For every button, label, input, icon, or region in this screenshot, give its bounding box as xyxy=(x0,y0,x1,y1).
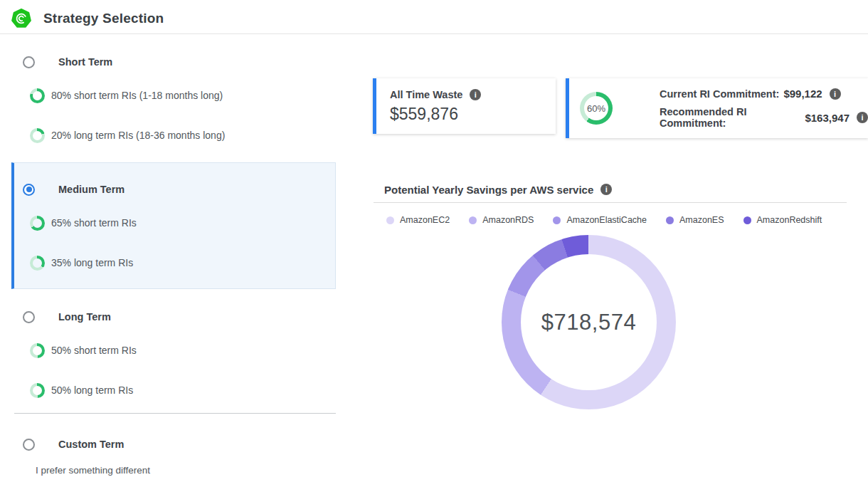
legend-item-amazonredshift[interactable]: AmazonRedshift xyxy=(743,215,822,225)
radio-custom-term[interactable] xyxy=(23,439,35,451)
term-item: 80% short term RIs (1-18 months long) xyxy=(30,87,223,104)
donut-center-value: $718,574 xyxy=(541,310,636,335)
commitment-gauge: 60% xyxy=(580,92,613,125)
recommended-ri-value: $163,947 xyxy=(805,112,850,124)
term-item-label: 20% long term RIs (18-36 months long) xyxy=(51,130,225,141)
legend-item-amazones[interactable]: AmazonES xyxy=(666,215,724,225)
term-item: 20% long term RIs (18-36 months long) xyxy=(30,127,225,144)
term-label: Custom Term xyxy=(58,439,124,450)
percent-ring-icon xyxy=(30,216,45,231)
chart-title: Potential Yearly Savings per AWS service xyxy=(384,184,593,196)
current-ri-value: $99,122 xyxy=(783,88,822,100)
legend-item-amazonelasticache[interactable]: AmazonElastiCache xyxy=(553,215,647,225)
waste-card-value: $559,876 xyxy=(390,105,556,124)
gauge-percent-label: 60% xyxy=(587,103,605,114)
chart-legend: AmazonEC2 AmazonRDS AmazonElastiCache Am… xyxy=(386,214,847,226)
term-option-short[interactable]: Short Term xyxy=(23,53,112,70)
page-header: Strategy Selection xyxy=(0,0,868,34)
current-ri-commitment-row: Current RI Commitment: $99,122 xyxy=(660,88,868,100)
radio-short-term[interactable] xyxy=(23,56,35,68)
term-option-medium[interactable]: Medium Term xyxy=(23,181,125,198)
custom-term-description: I prefer something different xyxy=(36,463,150,477)
legend-item-amazonec2[interactable]: AmazonEC2 xyxy=(386,215,450,225)
waste-card-title: All Time Waste xyxy=(390,89,462,100)
term-option-long[interactable]: Long Term xyxy=(23,308,111,325)
current-ri-label: Current RI Commitment: xyxy=(660,88,779,100)
info-icon[interactable] xyxy=(470,89,481,100)
page-title: Strategy Selection xyxy=(43,11,164,26)
recommended-ri-label: Recommended RI Commitment: xyxy=(660,106,800,129)
all-time-waste-card: All Time Waste $559,876 xyxy=(373,78,556,134)
percent-ring-icon xyxy=(30,88,45,103)
term-item-label: 50% long term RIs xyxy=(51,384,133,396)
term-item: 65% short term RIs xyxy=(30,214,137,231)
ri-commitment-card: 60% Current RI Commitment: $99,122 Recom… xyxy=(566,78,868,138)
term-item-label: 80% short term RIs (1-18 months long) xyxy=(51,90,223,101)
term-item: 35% long term RIs xyxy=(30,254,133,271)
section-divider xyxy=(14,413,336,414)
info-icon[interactable] xyxy=(830,88,841,100)
chart-header: Potential Yearly Savings per AWS service xyxy=(384,182,612,197)
app-logo-icon xyxy=(11,9,31,28)
legend-item-amazonrds[interactable]: AmazonRDS xyxy=(469,215,534,225)
legend-dot-icon xyxy=(386,216,394,224)
percent-ring-icon xyxy=(30,256,45,271)
legend-dot-icon xyxy=(553,216,561,224)
strategy-selection-page: Strategy Selection Short Term 80% short … xyxy=(0,0,868,492)
term-item-label: 50% short term RIs xyxy=(51,345,137,356)
term-label: Short Term xyxy=(58,56,112,68)
percent-ring-icon xyxy=(30,343,45,358)
radio-long-term[interactable] xyxy=(23,311,35,323)
term-item: 50% long term RIs xyxy=(30,382,133,399)
donut-hole: $718,574 xyxy=(521,254,657,390)
radio-medium-term[interactable] xyxy=(23,184,35,196)
term-item-label: 65% short term RIs xyxy=(51,217,137,229)
term-item-label: 35% long term RIs xyxy=(51,257,133,268)
info-icon[interactable] xyxy=(600,184,612,195)
savings-donut-chart[interactable]: $718,574 xyxy=(502,235,676,409)
legend-dot-icon xyxy=(666,216,674,224)
percent-ring-icon xyxy=(30,383,45,398)
info-icon[interactable] xyxy=(857,112,868,123)
term-label: Long Term xyxy=(58,311,111,323)
legend-dot-icon xyxy=(469,216,477,224)
term-option-custom[interactable]: Custom Term xyxy=(23,436,124,453)
legend-dot-icon xyxy=(743,216,751,224)
percent-ring-icon xyxy=(30,128,45,143)
chart-divider xyxy=(374,202,847,203)
term-item: 50% short term RIs xyxy=(30,342,137,359)
term-label: Medium Term xyxy=(58,184,125,195)
recommended-ri-commitment-row: Recommended RI Commitment: $163,947 xyxy=(660,106,868,129)
